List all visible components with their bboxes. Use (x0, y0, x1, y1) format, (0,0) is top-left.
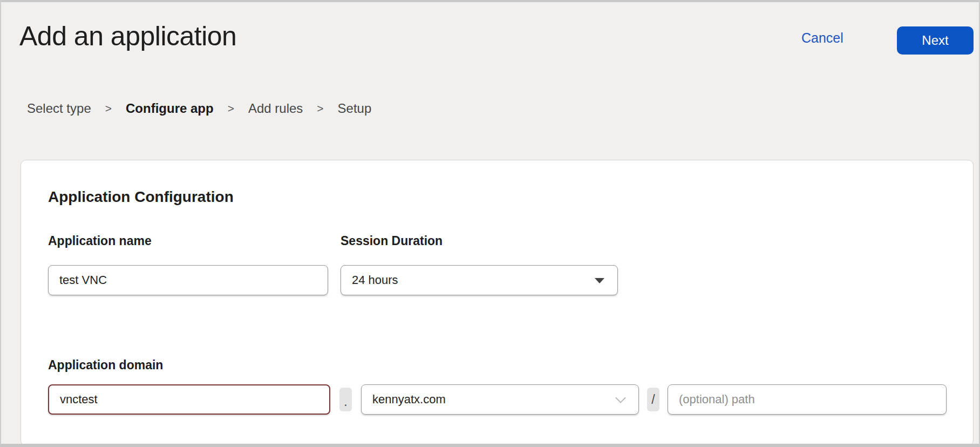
breadcrumb-step-configure-app[interactable]: Configure app (126, 101, 214, 116)
breadcrumb: Select type > Configure app > Add rules … (27, 101, 371, 116)
dropdown-arrow-icon (595, 278, 604, 283)
session-duration-value: 24 hours (352, 273, 398, 287)
breadcrumb-step-setup[interactable]: Setup (338, 101, 372, 116)
section-title: Application Configuration (48, 188, 234, 206)
breadcrumb-step-select-type[interactable]: Select type (27, 101, 91, 116)
application-name-input[interactable] (48, 265, 328, 295)
domain-select[interactable]: kennyatx.com (361, 384, 639, 415)
application-configuration-card: Application Configuration Application na… (21, 160, 974, 446)
chevron-down-icon (615, 392, 626, 403)
breadcrumb-separator: > (105, 102, 112, 115)
session-duration-label: Session Duration (341, 234, 443, 248)
application-domain-row: . kennyatx.com / (48, 384, 947, 415)
breadcrumb-separator: > (317, 102, 323, 115)
application-domain-label: Application domain (48, 358, 163, 372)
next-button[interactable]: Next (897, 26, 974, 55)
cancel-button[interactable]: Cancel (801, 30, 843, 46)
application-name-label: Application name (48, 234, 152, 248)
breadcrumb-separator: > (228, 102, 234, 115)
session-duration-select[interactable]: 24 hours (341, 265, 618, 295)
app-window: Add an application Cancel Next Select ty… (0, 0, 980, 447)
breadcrumb-step-add-rules[interactable]: Add rules (248, 101, 303, 116)
path-input[interactable] (668, 384, 947, 415)
page-title: Add an application (19, 21, 236, 52)
slash-separator: / (647, 388, 659, 411)
dot-separator: . (339, 388, 352, 411)
domain-select-value: kennyatx.com (372, 392, 446, 407)
subdomain-input[interactable] (48, 384, 330, 415)
